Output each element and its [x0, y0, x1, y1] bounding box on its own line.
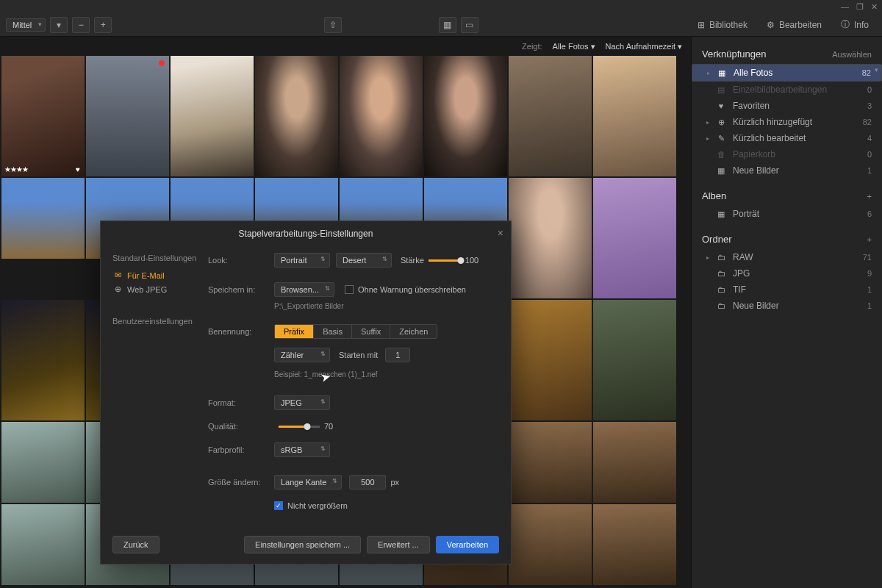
browse-button[interactable]: Browsen...	[274, 282, 334, 297]
preset-email[interactable]: ✉Für E-Mail	[112, 268, 199, 282]
thumbnail[interactable]	[1, 178, 85, 259]
thumbnail[interactable]	[340, 56, 423, 176]
heart-icon: ♥	[76, 165, 80, 173]
naming-suffix[interactable]: Suffix	[352, 325, 390, 338]
item-count: 82	[862, 68, 871, 77]
sidebar-item[interactable]: 🗀TIF1	[692, 282, 882, 298]
naming-segment[interactable]: Präfix Basis Suffix Zeichen	[274, 324, 437, 339]
sidebar-item[interactable]: 🗀Neue Bilder1	[692, 298, 882, 314]
single-view-icon[interactable]: ▭	[461, 17, 478, 33]
minimize-button[interactable]: —	[841, 2, 849, 11]
sidebar-item[interactable]: ▸🗀RAW71	[692, 249, 882, 265]
item-count: 82	[863, 118, 872, 126]
dialog-title: Stapelverarbeitungs-Einstellungen ×	[101, 221, 511, 245]
thumbnail-grid: Zeigt: Alle Fotos ▾ Nach Aufnahmezeit ▾ …	[0, 37, 691, 588]
zoom-select[interactable]: Mittel	[6, 18, 46, 32]
preset-webjpeg[interactable]: ⊕Web JPEG	[112, 282, 199, 296]
thumbnail[interactable]	[1, 300, 85, 420]
thumbnail[interactable]	[424, 56, 507, 176]
links-header: Verknüpfungen	[702, 49, 766, 60]
add-folder-button[interactable]: +	[867, 235, 872, 244]
export-icon[interactable]: ⇧	[324, 17, 342, 33]
thumbnail[interactable]	[509, 178, 592, 298]
sidebar-item[interactable]: ♥Favoriten3	[692, 98, 882, 114]
look-variant-select[interactable]: Desert	[336, 253, 392, 268]
item-icon: 🗀	[715, 269, 727, 278]
add-album-button[interactable]: +	[867, 192, 872, 201]
maximize-button[interactable]: ❐	[856, 2, 864, 12]
item-label: RAW	[733, 252, 863, 262]
sidebar-item[interactable]: 🗀JPG9	[692, 265, 882, 282]
startwith-input[interactable]	[385, 348, 410, 362]
colorprofile-select[interactable]: sRGB	[274, 442, 330, 457]
thumbnail[interactable]	[593, 422, 676, 503]
noenlarge-label: Nicht vergrößern	[287, 501, 348, 510]
thumbnail[interactable]: ★★★★♥	[1, 56, 85, 176]
shows-filter[interactable]: Alle Fotos ▾	[553, 42, 595, 51]
item-count: 6	[867, 209, 872, 218]
sort-filter[interactable]: Nach Aufnahmezeit ▾	[606, 42, 682, 51]
thumbnail[interactable]	[509, 422, 592, 503]
item-label: Papierkorb	[733, 149, 867, 159]
main-toolbar: Mittel ▾ − + ⇧ ▦ ▭ ⊞Bibliothek ⚙Bearbeit…	[0, 13, 882, 37]
sidebar-item[interactable]: ▤Einzelbildbearbeitungen0	[692, 82, 882, 98]
naming-prefix[interactable]: Präfix	[275, 325, 314, 338]
sidebar-item[interactable]: 🗑Papierkorb0	[692, 146, 882, 162]
tab-info[interactable]: ⓘInfo	[833, 15, 876, 34]
thumbnail[interactable]	[509, 56, 592, 176]
item-label: JPG	[733, 268, 867, 279]
process-button[interactable]: Verarbeiten	[436, 536, 499, 553]
sidebar-item[interactable]: ▸✎Kürzlich bearbeitet4	[692, 130, 882, 146]
thumbnail[interactable]	[171, 56, 254, 176]
look-preset-select[interactable]: Portrait	[274, 253, 330, 268]
zoom-in-button[interactable]: +	[94, 17, 112, 33]
save-preset-button[interactable]: Einstellungen speichern ...	[244, 536, 361, 553]
links-select-action[interactable]: Auswählen	[832, 50, 872, 59]
tab-library[interactable]: ⊞Bibliothek	[690, 17, 755, 33]
filter-bar: Zeigt: Alle Fotos ▾ Nach Aufnahmezeit ▾	[0, 37, 691, 56]
tab-edit[interactable]: ⚙Bearbeiten	[759, 17, 829, 33]
overwrite-checkbox[interactable]	[345, 285, 354, 294]
chevron-down-icon[interactable]: ▾	[50, 17, 68, 33]
thumbnail[interactable]	[593, 300, 676, 420]
resize-px-input[interactable]	[349, 475, 386, 490]
item-label: Kürzlich hinzugefügt	[733, 117, 863, 127]
format-select[interactable]: JPEG	[274, 395, 330, 410]
item-label: TIF	[733, 284, 867, 295]
savein-label: Speichern in:	[208, 285, 274, 294]
sidebar-item[interactable]: ▸⊕Kürzlich hinzugefügt82	[692, 114, 882, 130]
thumbnail[interactable]	[86, 56, 169, 176]
thumbnail[interactable]	[255, 56, 338, 176]
naming-base[interactable]: Basis	[314, 325, 352, 338]
quality-label: Qualität:	[208, 422, 274, 431]
sidebar-item[interactable]: ▦Neue Bilder1	[692, 162, 882, 179]
thumbnail[interactable]	[509, 504, 592, 585]
item-label: Porträt	[733, 209, 867, 219]
grid-view-icon[interactable]: ▦	[439, 17, 456, 33]
advanced-button[interactable]: Erweitert ...	[367, 536, 430, 553]
thumbnail[interactable]	[1, 504, 85, 585]
thumbnail[interactable]	[1, 422, 85, 503]
counter-select[interactable]: Zähler	[274, 348, 330, 362]
noenlarge-checkbox[interactable]: ✓	[274, 501, 283, 510]
colorprofile-label: Farbprofil:	[208, 445, 274, 454]
quality-value: 70	[324, 422, 333, 431]
thumbnail[interactable]	[593, 56, 676, 176]
naming-label: Benennung:	[208, 327, 274, 336]
resize-mode-select[interactable]: Lange Kante	[274, 475, 342, 490]
naming-chars[interactable]: Zeichen	[390, 325, 437, 338]
sidebar-item[interactable]: ▦Porträt6	[692, 206, 882, 222]
back-button[interactable]: Zurück	[112, 536, 159, 553]
zoom-out-button[interactable]: −	[72, 17, 90, 33]
thumbnail[interactable]	[509, 300, 592, 420]
sidebar-item[interactable]: ▸▦Alle Fotos82	[692, 64, 882, 82]
close-window-button[interactable]: ✕	[871, 2, 878, 12]
quality-slider[interactable]	[279, 426, 320, 428]
close-icon[interactable]: ×	[498, 227, 503, 239]
dialog-sidebar: Standard-Einstellungen ✉Für E-Mail ⊕Web …	[101, 245, 204, 528]
strength-slider[interactable]	[429, 259, 461, 262]
thumbnail[interactable]	[593, 178, 676, 298]
user-presets-header: Benutzereinstellungen	[112, 317, 199, 326]
flag-indicator	[159, 60, 165, 66]
thumbnail[interactable]	[593, 504, 676, 585]
